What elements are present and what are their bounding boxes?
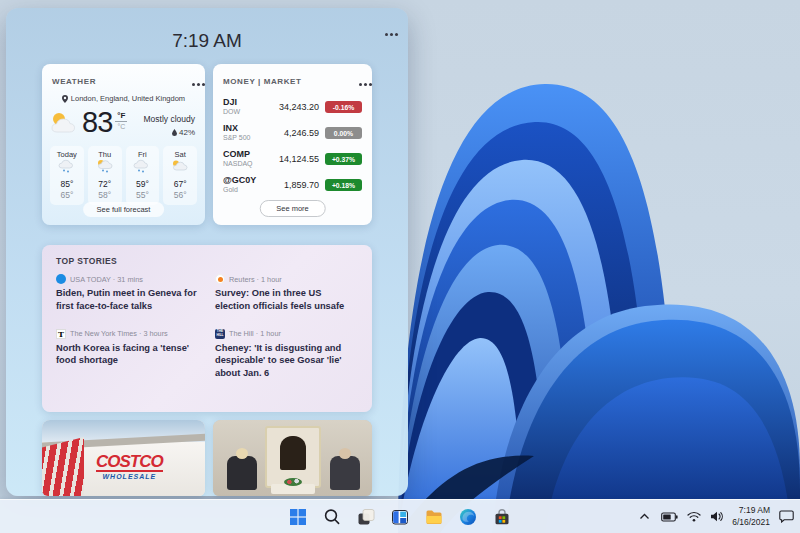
news-thumbnail-meeting-video[interactable] — [213, 420, 372, 496]
change-badge: -0.16% — [325, 101, 362, 113]
chevron-up-icon — [639, 513, 650, 520]
rain-cloud-icon — [133, 159, 151, 173]
market-widget[interactable]: MONEY | MARKET DJIDOW 34,243.20 -0.16% I… — [213, 64, 372, 225]
file-explorer-icon — [424, 507, 444, 527]
story-item[interactable]: Reuters · 1 hour Survey: One in three US… — [215, 274, 358, 313]
search-button[interactable] — [320, 505, 344, 529]
battery-status-button[interactable] — [661, 512, 678, 522]
task-view-button[interactable] — [354, 505, 378, 529]
market-title: MONEY | MARKET — [223, 77, 302, 86]
weather-location: London, England, United Kingdom — [71, 94, 185, 103]
taskbar: 7:19 AM 6/16/2021 — [0, 499, 800, 533]
unit-toggle[interactable]: °F °C — [115, 111, 127, 130]
precipitation-chance: 42% — [179, 128, 195, 137]
notification-center-button[interactable] — [779, 510, 794, 523]
top-stories-title: TOP STORIES — [42, 245, 372, 266]
search-icon — [322, 507, 342, 527]
see-full-forecast-button[interactable]: See full forecast — [83, 202, 165, 217]
market-row[interactable]: DJIDOW 34,243.20 -0.16% — [223, 94, 362, 120]
battery-icon — [661, 512, 678, 522]
news-thumbnail-costco[interactable]: COSTCO WHOLESALE — [42, 420, 205, 496]
sun-rain-cloud-icon — [96, 159, 114, 173]
change-badge: +0.37% — [325, 153, 362, 165]
story-item[interactable]: USA TODAY · 31 mins Biden, Putin meet in… — [56, 274, 199, 313]
widgets-icon — [390, 507, 410, 527]
wifi-icon — [687, 511, 701, 522]
widgets-button[interactable] — [388, 505, 412, 529]
current-temperature: 83 — [82, 106, 112, 139]
tray-chevron-button[interactable] — [636, 505, 652, 529]
change-badge: 0.00% — [325, 127, 362, 139]
weather-condition: Mostly cloudy — [144, 114, 196, 124]
rain-cloud-icon — [58, 159, 76, 173]
widgets-panel: 7:19 AM WEATHER London, England, United … — [6, 8, 408, 496]
market-more-options-icon[interactable] — [359, 72, 362, 90]
forecast-day[interactable]: Thu 72° 58° — [88, 146, 122, 205]
weather-location-row[interactable]: London, England, United Kingdom — [42, 94, 205, 103]
edge-button[interactable] — [456, 505, 480, 529]
forecast-day[interactable]: Fri 59° 55° — [126, 146, 160, 205]
change-badge: +0.18% — [325, 179, 362, 191]
story-item[interactable]: THE HILLThe Hill · 1 hour Cheney: 'It is… — [215, 329, 358, 380]
the-hill-logo: THE HILL — [215, 329, 225, 339]
market-row[interactable]: COMPNASDAQ 14,124.55 +0.37% — [223, 146, 362, 172]
tray-date: 6/16/2021 — [732, 517, 770, 528]
sun-cloud-icon — [50, 111, 80, 135]
edge-browser-icon — [458, 507, 478, 527]
start-button[interactable] — [286, 505, 310, 529]
forecast-day[interactable]: Today 85° 65° — [50, 146, 84, 205]
panel-clock: 7:19 AM — [6, 30, 408, 52]
market-row[interactable]: @GC0YGold 1,859.70 +0.18% — [223, 172, 362, 198]
sun-cloud-icon — [171, 159, 189, 173]
story-item[interactable]: TThe New York Times · 3 hours North Kore… — [56, 329, 199, 380]
network-status-button[interactable] — [687, 511, 701, 522]
top-stories-widget[interactable]: TOP STORIES USA TODAY · 31 mins Biden, P… — [42, 245, 372, 412]
notification-icon — [779, 510, 794, 523]
weather-more-options-icon[interactable] — [192, 72, 195, 90]
volume-status-button[interactable] — [710, 511, 723, 522]
speaker-icon — [710, 511, 723, 522]
see-more-button[interactable]: See more — [259, 200, 326, 217]
microsoft-store-button[interactable] — [490, 505, 514, 529]
location-pin-icon — [62, 95, 68, 103]
weather-widget[interactable]: WEATHER London, England, United Kingdom … — [42, 64, 205, 225]
windows-start-icon — [288, 507, 308, 527]
task-view-icon — [356, 507, 376, 527]
tray-time: 7:19 AM — [732, 505, 770, 516]
usa-today-logo — [56, 274, 66, 284]
nyt-logo: T — [56, 329, 66, 339]
rain-drop-icon — [172, 129, 177, 136]
market-row[interactable]: INXS&P 500 4,246.59 0.00% — [223, 120, 362, 146]
reuters-logo — [215, 274, 225, 284]
weather-title: WEATHER — [52, 77, 96, 86]
costco-sign-text: COSTCO — [96, 452, 163, 472]
file-explorer-button[interactable] — [422, 505, 446, 529]
forecast-day[interactable]: Sat 67° 56° — [163, 146, 197, 205]
tray-clock[interactable]: 7:19 AM 6/16/2021 — [732, 505, 770, 527]
unit-fahrenheit[interactable]: °F — [115, 111, 127, 122]
panel-more-options-icon[interactable] — [385, 22, 388, 40]
microsoft-store-icon — [492, 507, 512, 527]
desktop: 7:19 AM WEATHER London, England, United … — [0, 0, 800, 533]
unit-celsius[interactable]: °C — [117, 122, 125, 130]
